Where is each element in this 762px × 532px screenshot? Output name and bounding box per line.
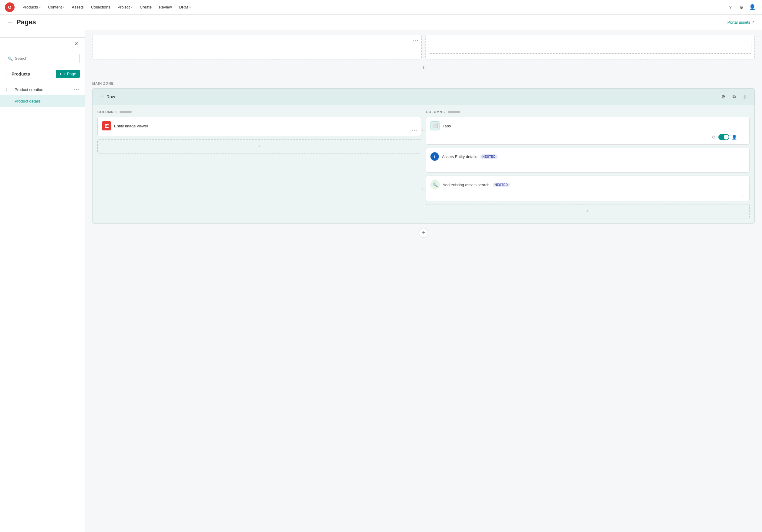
widget-drag-handle: ⋮⋮ — [92, 125, 99, 128]
widget-menu-button[interactable]: ··· — [412, 128, 418, 133]
add-to-column2-button[interactable]: + — [426, 204, 750, 218]
add-to-column1-button[interactable]: + — [97, 139, 421, 153]
tabs-menu-button[interactable]: ··· — [739, 134, 745, 140]
widget-label: Assets Entity details — [442, 154, 477, 159]
row-block: ⋮⋮ Row ⚙ ⧉ 🗑 COLUMN 1 — [92, 88, 755, 224]
add-between-button[interactable]: + — [418, 62, 429, 74]
content-area: ··· + + MAIN ZONE ⋮⋮ Row ⚙ ⧉ 🗑 — [85, 30, 762, 532]
widget-drag-handle: ⋮⋮ — [421, 129, 427, 133]
card-menu-button[interactable]: ··· — [413, 38, 419, 43]
widget-drag-handle: ⋮⋮ — [421, 187, 427, 190]
widget-drag-handle: ⋮⋮ — [421, 158, 427, 162]
sidebar-item-product-details[interactable]: ⋮⋮ Product details ··· — [0, 95, 85, 107]
nav-drm[interactable]: DRM ▾ — [176, 3, 194, 11]
add-existing-assets-search-widget: ⋮⋮ 🔍 Add existing assets search NESTED ·… — [426, 176, 750, 201]
add-row-button-wrap: + — [92, 224, 755, 242]
assets-entity-details-widget: ⋮⋮ i Assets Entity details NESTED ··· — [426, 148, 750, 173]
logo[interactable]: O — [5, 2, 15, 12]
item-menu-button[interactable]: ··· — [74, 87, 80, 92]
row-delete-button[interactable]: 🗑 — [740, 92, 750, 101]
sidebar-back-button[interactable]: ← — [5, 72, 9, 76]
row-label: Row — [107, 94, 716, 99]
nested-badge: NESTED — [493, 183, 510, 187]
add-existing-assets-search-icon: 🔍 — [430, 180, 439, 189]
widget-top: 🖼 Entity image viewer — [102, 121, 417, 130]
sidebar: ✕ 🔍 ← Products + + Page ⋮⋮ Product creat… — [0, 30, 85, 532]
external-link-icon: ↗ — [751, 20, 755, 25]
nav-assets[interactable]: Assets — [69, 3, 87, 11]
row-actions: ⚙ ⧉ 🗑 — [719, 92, 750, 101]
column-2: COLUMN 2 ⋮⋮ ⬜ Tabs ⚙ — [426, 110, 750, 218]
tabs-user-icon[interactable]: 👤 — [732, 135, 737, 139]
tabs-widget: ⋮⋮ ⬜ Tabs ⚙ 👤 ··· — [426, 117, 750, 145]
back-button[interactable]: ← — [7, 19, 13, 26]
tabs-icon: ⬜ — [430, 121, 439, 130]
user-avatar[interactable]: 👤 — [747, 2, 757, 12]
sidebar-header — [0, 30, 85, 38]
nav-products[interactable]: Products ▾ — [19, 3, 44, 11]
tabs-settings-icon[interactable]: ⚙ — [712, 135, 716, 139]
widget-menu-button[interactable]: ··· — [740, 193, 746, 198]
nav-collections[interactable]: Collections — [88, 3, 114, 11]
portal-assets-link[interactable]: Portal assets ↗ — [727, 20, 755, 25]
nav-review[interactable]: Review — [156, 3, 175, 11]
top-zone-partial: ··· + — [92, 35, 755, 59]
nested-badge: NESTED — [480, 154, 498, 159]
row-copy-button[interactable]: ⧉ — [729, 92, 739, 101]
add-page-button[interactable]: + + Page — [56, 70, 80, 78]
main-zone-label: MAIN ZONE — [92, 77, 755, 88]
search-icon: 🔍 — [8, 56, 13, 61]
search-input[interactable] — [5, 54, 80, 63]
top-zone-card-1: ··· — [92, 35, 421, 59]
widget-label: Add existing assets search — [443, 183, 490, 187]
drag-handle-icon: ⋮⋮ — [5, 99, 12, 103]
page-header: ← Pages Portal assets ↗ — [0, 15, 762, 30]
sidebar-close-button[interactable]: ✕ — [72, 40, 80, 47]
column-2-bar — [448, 111, 460, 113]
sidebar-items-list: ⋮⋮ Product creation ··· ⋮⋮ Product detai… — [0, 81, 85, 109]
columns-container: COLUMN 1 ⋮⋮ 🖼 Entity image viewer ··· + — [93, 105, 754, 223]
widget-label: Entity image viewer — [114, 124, 148, 128]
widget-top: ⬜ Tabs — [430, 121, 745, 130]
column-1: COLUMN 1 ⋮⋮ 🖼 Entity image viewer ··· + — [97, 110, 421, 218]
widget-top: 🔍 Add existing assets search NESTED — [430, 180, 745, 189]
page-title: Pages — [16, 18, 727, 26]
column-2-header: COLUMN 2 — [426, 110, 750, 114]
nav-project[interactable]: Project ▾ — [114, 3, 135, 11]
widget-top: i Assets Entity details NESTED — [430, 152, 745, 161]
row-header: ⋮⋮ Row ⚙ ⧉ 🗑 — [93, 89, 754, 105]
entity-image-viewer-widget: ⋮⋮ 🖼 Entity image viewer ··· — [97, 117, 421, 136]
column-1-header: COLUMN 1 — [97, 110, 421, 114]
row-drag-handle: ⋮⋮ — [97, 95, 104, 99]
drag-handle-icon: ⋮⋮ — [5, 88, 12, 92]
widget-menu-button[interactable]: ··· — [740, 164, 746, 170]
tabs-toggle[interactable] — [718, 134, 729, 140]
entity-image-viewer-icon: 🖼 — [102, 121, 111, 130]
sidebar-item-product-creation[interactable]: ⋮⋮ Product creation ··· — [0, 84, 85, 95]
item-menu-button[interactable]: ··· — [74, 98, 80, 104]
sidebar-nav: ← Products + + Page — [0, 67, 85, 81]
nav-create[interactable]: Create — [137, 3, 155, 11]
row-settings-button[interactable]: ⚙ — [719, 92, 728, 101]
sidebar-search-container: 🔍 — [5, 54, 80, 63]
sidebar-section-title: Products — [12, 72, 53, 76]
tabs-controls: ⚙ 👤 ··· — [430, 133, 745, 140]
sidebar-item-label: Product details — [15, 99, 71, 104]
add-row-button[interactable]: + — [419, 228, 428, 238]
add-page-icon: + — [59, 72, 62, 76]
assets-entity-details-icon: i — [430, 152, 439, 161]
main-layout: ✕ 🔍 ← Products + + Page ⋮⋮ Product creat… — [0, 30, 762, 532]
sidebar-item-label: Product creation — [15, 87, 71, 92]
help-button[interactable]: ? — [725, 2, 735, 12]
column-1-bar — [119, 111, 132, 113]
widget-label: Tabs — [443, 124, 451, 128]
add-block-button[interactable]: + — [429, 40, 751, 54]
nav-content[interactable]: Content ▾ — [45, 3, 68, 11]
settings-button[interactable]: ⚙ — [736, 2, 746, 12]
top-nav: O Products ▾ Content ▾ Assets Collection… — [0, 0, 762, 15]
top-zone-card-2: + — [425, 35, 755, 59]
